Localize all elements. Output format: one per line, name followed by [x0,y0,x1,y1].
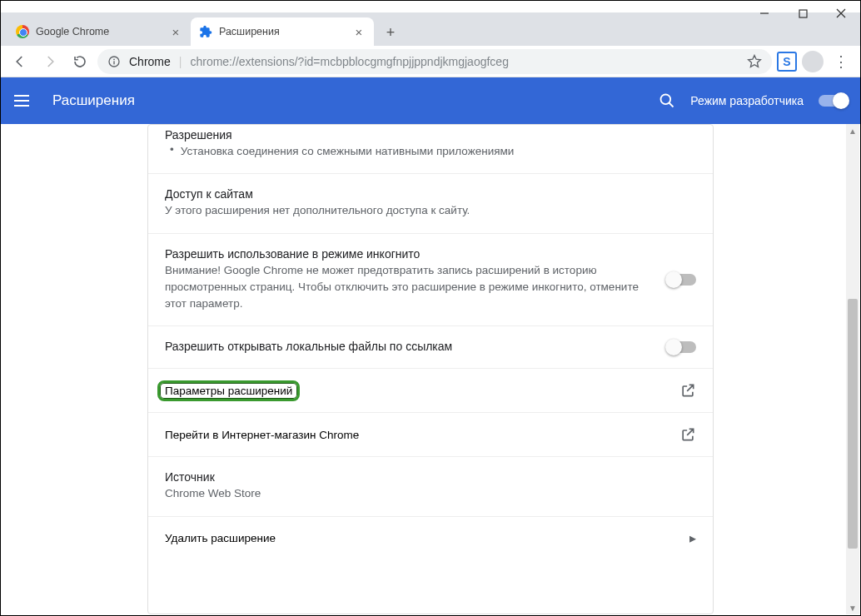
extensions-header: Расширения Режим разработчика [1,77,860,124]
svg-rect-1 [799,10,807,17]
permissions-heading: Разрешения [165,128,696,142]
scroll-up-arrow-icon[interactable]: ▲ [846,124,859,137]
url-host: Chrome [129,55,171,68]
svg-point-5 [113,58,115,60]
permissions-item: Установка соединения со смежными нативны… [181,143,515,160]
open-external-icon [679,382,696,399]
svg-line-8 [669,103,674,107]
address-bar[interactable]: Chrome | chrome://extensions/?id=mcbpblo… [97,49,772,74]
webstore-label: Перейти в Интернет-магазин Chrome [165,429,359,441]
new-tab-button[interactable]: + [379,21,402,44]
scroll-down-arrow-icon[interactable]: ▼ [846,601,859,614]
site-access-description: У этого расширения нет дополнительного д… [165,202,696,219]
options-label-text: Параметры расширений [165,385,292,397]
back-button[interactable] [7,49,32,74]
browser-menu-button[interactable]: ⋮ [829,49,854,74]
chrome-webstore-link[interactable]: Перейти в Интернет-магазин Chrome [148,412,713,456]
file-urls-toggle[interactable] [668,341,696,353]
extension-s-icon[interactable]: S [777,52,797,72]
browser-tab[interactable]: Google Chrome × [7,17,191,46]
tab-title: Расширения [219,26,280,37]
incognito-toggle[interactable] [668,274,696,286]
url-path: chrome://extensions/?id=mcbpblocgmgfnpjj… [190,55,509,68]
source-heading: Источник [165,470,696,484]
extensions-favicon-icon [199,25,212,38]
file-urls-heading: Разрешить открывать локальные файлы по с… [165,340,651,353]
chrome-favicon-icon [16,25,29,38]
browser-toolbar: Chrome | chrome://extensions/?id=mcbpblo… [1,46,860,77]
extension-detail-card: Разрешения Установка соединения со смежн… [147,124,714,614]
extension-options-link[interactable]: Параметры расширений [148,368,713,412]
scrollbar-thumb[interactable] [848,299,858,549]
reload-button[interactable] [67,49,92,74]
chevron-right-icon: ▸ [689,530,696,546]
page-title: Расширения [52,92,135,109]
incognito-heading: Разрешить использование в режиме инкогни… [165,247,651,261]
search-icon[interactable] [659,92,675,109]
dev-mode-label: Режим разработчика [690,94,804,107]
vertical-scrollbar[interactable]: ▲ ▼ [846,124,859,614]
source-value: Chrome Web Store [165,485,696,502]
profile-avatar[interactable] [802,51,824,72]
window-maximize-button[interactable] [784,1,822,26]
browser-tab-active[interactable]: Расширения × [191,17,374,46]
incognito-description: Внимание! Google Chrome не может предотв… [165,262,651,313]
remove-label: Удалить расширение [165,532,276,544]
svg-point-7 [661,95,671,105]
window-minimize-button[interactable] [745,1,784,26]
site-access-heading: Доступ к сайтам [165,187,696,201]
open-external-icon [679,426,696,443]
svg-rect-6 [113,61,114,64]
site-info-icon[interactable] [107,55,121,68]
bookmark-star-icon[interactable] [747,54,762,69]
remove-extension-button[interactable]: Удалить расширение ▸ [148,516,713,559]
options-label-highlighted: Параметры расширений [157,380,300,401]
window-close-button[interactable] [822,1,860,26]
tab-strip: Google Chrome × Расширения × + [1,12,860,46]
tab-close-button[interactable]: × [352,25,366,38]
tab-title: Google Chrome [36,26,109,37]
menu-icon[interactable] [14,91,34,111]
forward-button[interactable] [37,49,62,74]
tab-close-button[interactable]: × [169,25,182,38]
dev-mode-toggle[interactable] [819,95,847,107]
